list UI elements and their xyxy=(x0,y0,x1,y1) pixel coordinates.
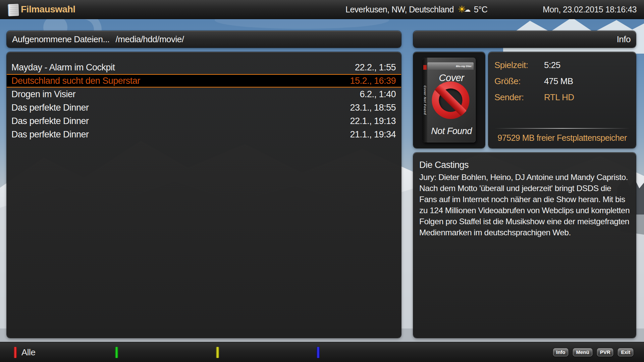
weather-widget: Leverkusen, NW, Deutschland ☀☁ 5°C xyxy=(345,0,487,19)
recording-title: Das perfekte Dinner xyxy=(11,129,89,140)
list-item[interactable]: Das perfekte Dinner21.1., 19:34 xyxy=(7,128,401,141)
recordings-header-bar: Aufgenommene Dateien... /media/hdd/movie… xyxy=(7,31,401,48)
top-status-bar: Filmauswahl Leverkusen, NW, Deutschland … xyxy=(0,0,644,19)
green-key-bar xyxy=(115,347,118,358)
recording-datetime: 21.1., 19:34 xyxy=(350,129,396,140)
detail-row: Spielzeit:5:25 xyxy=(494,60,636,70)
recording-title: Das perfekte Dinner xyxy=(11,116,89,126)
detail-row: Sender:RTL HD xyxy=(494,92,636,103)
details-divider xyxy=(494,128,630,129)
pvr-movie-selection-screen: Filmauswahl Leverkusen, NW, Deutschland … xyxy=(0,0,644,362)
recording-datetime: 23.1., 18:55 xyxy=(350,103,396,113)
weather-temperature: 5°C xyxy=(474,5,487,14)
recordings-path: /media/hdd/movie/ xyxy=(116,34,184,45)
weather-location: Leverkusen, NW, Deutschland xyxy=(345,5,454,14)
episode-description: Jury: Dieter Bohlen, Heino, DJ Antoine u… xyxy=(419,172,630,238)
detail-label: Größe: xyxy=(494,76,544,86)
pvr-button[interactable]: PVR xyxy=(597,348,613,356)
recording-datetime: 22.2., 1:55 xyxy=(355,62,396,73)
recording-datetime: 6.2., 1:40 xyxy=(360,89,396,100)
detail-row: Größe:475 MB xyxy=(494,76,636,86)
date-time: Mon, 23.02.2015 18:16:43 xyxy=(543,5,637,14)
sun-cloud-icon: ☀☁ xyxy=(458,4,470,15)
detail-value: 475 MB xyxy=(544,76,573,86)
recording-title: Deutschland sucht den Superstar xyxy=(11,76,140,86)
detail-label: Sender: xyxy=(494,92,544,103)
recording-title: Das perfekte Dinner xyxy=(11,103,89,113)
free-disk-space: 97529 MB freier Festplattenspeicher xyxy=(488,133,636,143)
page-title: Filmauswahl xyxy=(21,4,75,15)
list-item[interactable]: Mayday - Alarm im Cockpit22.2., 1:55 xyxy=(7,61,401,74)
cover-spine-text: Cover Not Found xyxy=(423,85,427,115)
detail-value: 5:25 xyxy=(544,60,560,70)
red-key-bar xyxy=(14,347,17,358)
bluray-logo-text: Blu-ray Disc xyxy=(456,65,472,68)
detail-label: Spielzeit: xyxy=(494,60,544,70)
cover-text-bottom: Not Found xyxy=(427,126,476,136)
info-header-bar: Info xyxy=(413,31,636,48)
movie-case-icon xyxy=(8,4,19,16)
recording-title: Mayday - Alarm im Cockpit xyxy=(11,62,115,73)
info-button[interactable]: Info xyxy=(553,348,569,356)
recording-title: Drogen im Visier xyxy=(11,89,75,100)
movie-list: Mayday - Alarm im Cockpit22.2., 1:55Deut… xyxy=(7,52,401,338)
remote-buttons: InfoMenüPVRExit xyxy=(553,348,633,356)
info-header-label: Info xyxy=(617,34,631,45)
blue-key-bar xyxy=(317,347,320,358)
list-item[interactable]: Das perfekte Dinner22.1., 19:13 xyxy=(7,114,401,128)
recording-datetime: 22.1., 19:13 xyxy=(350,116,396,126)
recordings-header-label: Aufgenommene Dateien... xyxy=(12,34,110,45)
no-cover-icon xyxy=(432,81,469,119)
list-item[interactable]: Das perfekte Dinner23.1., 18:55 xyxy=(7,101,401,114)
bottom-key-bar: Alle InfoMenüPVRExit xyxy=(0,342,644,362)
description-panel: Die Castings Jury: Dieter Bohlen, Heino,… xyxy=(413,153,636,338)
red-key-label: Alle xyxy=(21,347,35,357)
cover-not-found-image: Cover Not Found Blu-ray Disc Cover Not F… xyxy=(423,58,476,142)
recording-details-panel: Spielzeit:5:25Größe:475 MBSender:RTL HD … xyxy=(488,52,636,148)
recording-datetime: 15.2., 16:39 xyxy=(350,76,396,86)
list-item[interactable]: Deutschland sucht den Superstar15.2., 16… xyxy=(7,74,401,87)
cover-art-panel: Cover Not Found Blu-ray Disc Cover Not F… xyxy=(413,52,485,148)
yellow-key-bar xyxy=(216,347,219,358)
exit-button[interactable]: Exit xyxy=(618,348,633,356)
spine-red-label xyxy=(423,65,427,70)
menu-button[interactable]: Menü xyxy=(573,348,592,356)
detail-value: RTL HD xyxy=(544,92,574,103)
episode-title: Die Castings xyxy=(419,160,630,170)
cover-spine: Cover Not Found xyxy=(423,58,427,142)
bluray-band: Blu-ray Disc xyxy=(427,62,474,70)
list-item[interactable]: Drogen im Visier6.2., 1:40 xyxy=(7,87,401,101)
